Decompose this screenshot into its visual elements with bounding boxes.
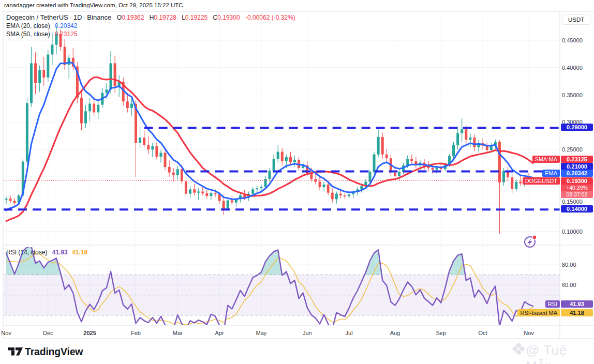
tradingview-logo-icon[interactable] xyxy=(7,346,24,357)
tradingview-logo-text[interactable]: TradingView xyxy=(25,346,83,358)
boost-lightning-icon[interactable] xyxy=(523,234,540,250)
notification-dot xyxy=(532,235,537,239)
currency-toggle-button[interactable]: USDT xyxy=(562,14,590,25)
chart-canvas[interactable] xyxy=(0,0,594,364)
tradingview-chart-window: ranadagger created with TradingView.com,… xyxy=(0,0,594,364)
